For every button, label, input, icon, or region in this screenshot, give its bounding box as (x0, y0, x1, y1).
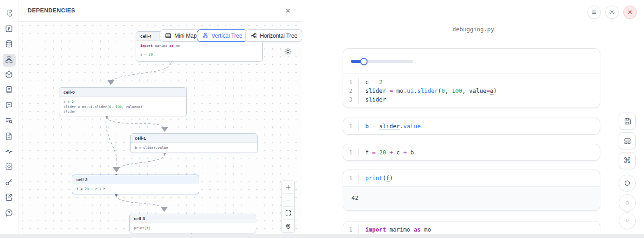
stop-button[interactable] (619, 194, 636, 211)
cell-code-editor[interactable]: 1f = 20 + c + b (343, 144, 600, 160)
sidebar-item-scratchpad[interactable] (3, 192, 16, 205)
edge-cell0-cell2 (106, 117, 117, 168)
code-text: import marimo as mo (358, 225, 600, 234)
line-number: 1 (343, 78, 358, 86)
map-pin-icon (285, 223, 292, 230)
function-square-icon (5, 24, 13, 35)
dependency-graph-icon (5, 55, 13, 66)
dependency-graph-canvas[interactable]: cell-4 import marimo as moa = 20 cell-0 … (18, 22, 302, 234)
graph-zoom-controls (282, 181, 295, 233)
close-dependencies-button[interactable] (283, 6, 293, 15)
center-selection-button[interactable] (282, 220, 294, 232)
notebook-cell-b[interactable]: 1b = slider.value (343, 118, 600, 135)
sidebar-item-help[interactable] (3, 207, 16, 220)
code-text: f = 20 + c + b (358, 148, 600, 157)
sidebar-item-packages[interactable] (3, 69, 16, 82)
code-line: 1c = 2 (343, 78, 600, 86)
undo-button[interactable] (619, 175, 636, 192)
zoom-out-button[interactable] (282, 194, 294, 207)
command-palette-button[interactable]: ⌘ (619, 152, 636, 169)
file-tree-icon (5, 9, 13, 20)
play-icon (623, 217, 631, 225)
plus-icon (285, 184, 292, 191)
code-line: import marimo as mo (140, 44, 258, 49)
graph-node-title: cell-1 (131, 134, 257, 143)
code-text: import marimo as mo (140, 44, 180, 48)
code-text: slider = mo.ui.slider(0, 100, value=a) (63, 105, 143, 109)
cell-code-editor[interactable]: 1c = 22slider = mo.ui.slider(0, 100, val… (343, 74, 600, 108)
sidebar-item-documentation[interactable] (3, 130, 16, 143)
notebook-cell-slider[interactable]: 1c = 22slider = mo.ui.slider(0, 100, val… (343, 48, 600, 108)
notebook-settings-button[interactable] (605, 6, 619, 19)
line-number: 3 (343, 95, 358, 104)
sidebar-item-dependencies[interactable] (3, 54, 16, 67)
code-text: c = 2 (358, 78, 600, 86)
graph-node-title: cell-2 (72, 175, 199, 184)
stop-icon (623, 199, 631, 207)
notebook-cell-print[interactable]: 1print(f) 42 (343, 170, 600, 211)
command-icon: ⌘ (623, 157, 631, 164)
code-line: 1import marimo as mo (343, 225, 600, 234)
sidebar-item-outputs[interactable] (3, 161, 16, 174)
undo-icon (623, 179, 631, 187)
file-text-icon (5, 132, 13, 142)
vertical-tree-button[interactable]: Vertical Tree (197, 29, 247, 42)
run-button[interactable] (619, 212, 636, 229)
save-button[interactable] (619, 113, 636, 130)
cell-output-value: 42 (343, 186, 600, 210)
graph-node-code: b = slider.value (131, 143, 257, 153)
notebook-filename: debugging.py (303, 26, 644, 33)
minimap-button[interactable]: Mini Map (160, 29, 202, 42)
graph-node-cell-2-selected[interactable]: cell-2 f = 20 + c + b (72, 175, 199, 194)
close-icon (285, 7, 291, 14)
code-text: slider = mo.ui.slider(0, 100, value=a) (358, 86, 600, 95)
code-line: b = slider.value (135, 146, 253, 151)
graph-node-cell-1[interactable]: cell-1 b = slider.value (130, 133, 258, 153)
sidebar-item-tracing[interactable] (3, 146, 16, 159)
code-text: c = 2 (63, 100, 74, 104)
gear-icon (284, 47, 292, 56)
cell-code-editor[interactable]: 1b = slider.value (343, 118, 600, 134)
graph-node-code: c = 2slider = mo.ui.slider(0, 100, value… (59, 97, 186, 116)
code-line: slider (63, 109, 182, 114)
graph-settings-button[interactable] (284, 47, 292, 56)
sidebar-item-secrets[interactable] (3, 176, 16, 189)
notebook-menu-button[interactable] (587, 6, 601, 19)
code-line: 2slider = mo.ui.slider(0, 100, value=a) (343, 86, 600, 95)
arrowhead (107, 80, 115, 85)
code-line: 1b = slider.value (343, 122, 600, 130)
code-text: print(f) (358, 174, 600, 182)
code-line: 3slider (343, 95, 600, 104)
slider-widget[interactable] (351, 60, 413, 63)
dependencies-title: DEPENDENCIES (28, 7, 75, 14)
graph-node-cell-3[interactable]: cell-3 print(f) (129, 214, 256, 233)
notebook-panel: debugging.py 1c = 22slider = mo.ui.slide… (303, 0, 644, 234)
line-number: 1 (343, 225, 358, 234)
layout-button[interactable] (619, 132, 636, 149)
sidebar-item-file-tree[interactable] (3, 8, 16, 21)
gear-icon (609, 9, 615, 16)
graph-node-cell-0[interactable]: cell-0 c = 2slider = mo.ui.slider(0, 100… (59, 87, 187, 116)
chat-bubble-icon (5, 101, 13, 112)
horizontal-tree-label: Horizontal Tree (260, 33, 297, 39)
minimap-label: Mini Map (174, 33, 197, 39)
slider-handle[interactable] (360, 58, 368, 65)
sidebar-item-datasources[interactable] (3, 39, 16, 51)
fit-view-button[interactable] (282, 207, 294, 220)
code-line: slider = mo.ui.slider(0, 100, value=a) (63, 105, 182, 110)
sidebar-item-logs[interactable] (3, 115, 16, 128)
sidebar-item-chat[interactable] (3, 100, 16, 113)
sidebar-item-functions[interactable] (3, 23, 16, 36)
notebook-cell-f[interactable]: 1f = 20 + c + b (343, 144, 600, 161)
fit-view-icon (285, 210, 292, 216)
dependencies-header: DEPENDENCIES (18, 0, 302, 22)
horizontal-tree-button[interactable]: Horizontal Tree (245, 29, 302, 42)
cell-code-editor[interactable]: 1print(f) (343, 170, 600, 186)
graph-node-code: f = 20 + c + b (72, 184, 199, 194)
line-number: 1 (343, 174, 358, 182)
graph-node-title: cell-3 (130, 214, 256, 223)
notebook-close-button[interactable] (623, 6, 637, 19)
sidebar-item-snippets[interactable] (3, 85, 16, 97)
code-text: b = slider.value (358, 122, 600, 130)
zoom-in-button[interactable] (282, 181, 294, 194)
